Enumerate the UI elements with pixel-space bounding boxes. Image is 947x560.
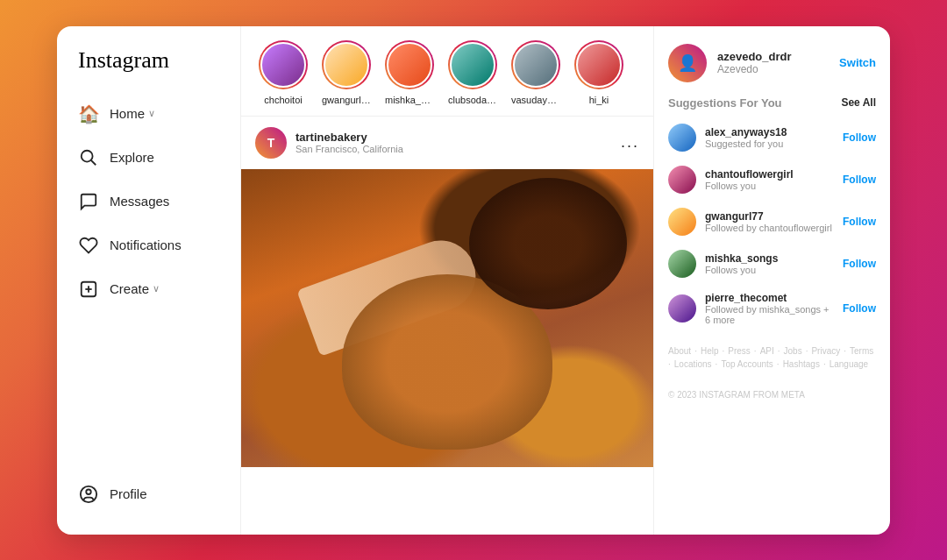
footer-link-sep3: · <box>754 346 757 356</box>
suggestion-info-4: pierre_thecomet Followed by mishka_songs… <box>705 292 834 325</box>
story-item-2[interactable]: mishka_so... <box>385 40 434 105</box>
sidebar-label-profile: Profile <box>110 486 147 501</box>
heart-icon <box>78 235 99 256</box>
chevron-down-icon-create: ∨ <box>153 283 160 294</box>
story-avatar-1 <box>324 42 369 88</box>
follow-button-0[interactable]: Follow <box>843 131 876 144</box>
follow-button-2[interactable]: Follow <box>843 216 876 228</box>
story-username-3: clubsodab... <box>448 95 497 105</box>
sidebar-item-notifications[interactable]: Notifications <box>71 226 226 265</box>
footer-copyright: © 2023 INSTAGRAM FROM META <box>668 390 876 400</box>
sidebar-label-messages: Messages <box>110 194 169 209</box>
suggestion-username-4[interactable]: pierre_thecomet <box>705 292 834 304</box>
svg-point-6 <box>86 489 91 494</box>
suggestion-avatar-1 <box>668 166 696 194</box>
suggestion-item-1: chantouflowergirl Follows you Follow <box>668 166 876 194</box>
profile-icon <box>78 484 99 505</box>
stories-bar: chchoitoi gwangurl77 mishka_so... clubso… <box>241 26 653 117</box>
logo: Instagram <box>71 47 226 74</box>
story-item-3[interactable]: clubsodab... <box>448 40 497 105</box>
sidebar-item-create[interactable]: Create ∨ <box>71 270 226 308</box>
home-icon: 🏠 <box>78 103 99 124</box>
messages-icon <box>78 191 99 212</box>
footer-link-about[interactable]: About <box>668 346 691 356</box>
plus-icon <box>78 279 99 300</box>
sidebar-item-messages[interactable]: Messages <box>71 182 226 221</box>
sidebar-item-profile[interactable]: Profile <box>71 475 226 514</box>
footer-link-hashtags[interactable]: Hashtags <box>783 359 820 369</box>
footer-link-language[interactable]: Language <box>830 359 869 369</box>
footer-link-terms[interactable]: Terms <box>850 346 873 356</box>
footer-links: About · Help · Press · API · Jobs · Priv… <box>668 346 876 369</box>
see-all-button[interactable]: See All <box>841 96 876 109</box>
story-username-4: vasudaydr... <box>511 95 560 105</box>
story-username-2: mishka_so... <box>385 95 434 105</box>
post-username[interactable]: tartinebakery <box>295 131 612 144</box>
switch-button[interactable]: Switch <box>839 56 876 69</box>
suggestion-item-3: mishka_songs Follows you Follow <box>668 250 876 278</box>
story-avatar-wrap-4 <box>511 40 560 89</box>
post-avatar: T <box>255 127 287 159</box>
footer-link-sep10: · <box>823 359 826 369</box>
footer-link-privacy[interactable]: Privacy <box>811 346 840 356</box>
suggestions-header: Suggestions For You See All <box>668 96 876 110</box>
sidebar-bottom: Profile <box>71 475 226 514</box>
footer-link-locations[interactable]: Locations <box>674 359 712 369</box>
story-item-1[interactable]: gwangurl77 <box>322 40 371 105</box>
suggestion-info-1: chantouflowergirl Follows you <box>705 168 834 191</box>
footer-link-jobs[interactable]: Jobs <box>784 346 802 356</box>
suggestion-item-4: pierre_thecomet Followed by mishka_songs… <box>668 292 876 325</box>
sidebar-item-explore[interactable]: Explore <box>71 138 226 177</box>
footer-link-sep7: · <box>668 359 671 369</box>
suggestion-username-0[interactable]: alex_anyways18 <box>705 126 834 138</box>
follow-button-3[interactable]: Follow <box>843 258 876 270</box>
suggestion-reason-4: Followed by mishka_songs + 6 more <box>705 304 834 325</box>
suggestion-avatar-2 <box>668 208 696 236</box>
story-avatar-wrap-5 <box>574 40 623 89</box>
suggestion-info-2: gwangurl77 Followed by chantouflowergirl <box>705 210 834 233</box>
story-item-5[interactable]: hi_ki <box>574 40 623 105</box>
post-location: San Francisco, California <box>295 144 612 154</box>
footer-link-sep6: · <box>844 346 846 356</box>
suggestion-reason-2: Followed by chantouflowergirl <box>705 223 834 233</box>
story-item-0[interactable]: chchoitoi <box>259 40 308 105</box>
footer-link-sep9: · <box>777 359 780 369</box>
right-sidebar: 👤 azevedo_drdr Azevedo Switch Suggestion… <box>653 26 890 535</box>
suggestion-avatar-3 <box>668 250 696 278</box>
suggestion-username-1[interactable]: chantouflowergirl <box>705 168 834 181</box>
footer-link-help[interactable]: Help <box>701 346 719 356</box>
suggestion-username-2[interactable]: gwangurl77 <box>705 210 834 223</box>
story-avatar-5 <box>576 42 622 88</box>
story-username-0: chchoitoi <box>264 95 302 105</box>
suggestion-item-0: alex_anyways18 Suggested for you Follow <box>668 124 876 152</box>
footer-link-api[interactable]: API <box>760 346 774 356</box>
app-container: Instagram 🏠 Home ∨ Explore Messages <box>57 26 890 535</box>
post-more-button[interactable]: ... <box>621 133 639 152</box>
footer-link-sep4: · <box>778 346 780 356</box>
follow-button-4[interactable]: Follow <box>843 302 876 315</box>
story-avatar-wrap-0 <box>259 40 308 89</box>
footer-link-sep8: · <box>716 359 718 369</box>
current-username: azevedo_drdr <box>717 50 829 63</box>
sidebar-label-notifications: Notifications <box>110 237 182 252</box>
story-avatar-0 <box>260 42 306 88</box>
suggestion-avatar-0 <box>668 124 696 152</box>
suggestion-avatar-4 <box>668 294 696 323</box>
main-content: chchoitoi gwangurl77 mishka_so... clubso… <box>241 26 653 535</box>
follow-button-1[interactable]: Follow <box>843 174 876 186</box>
suggestion-item-2: gwangurl77 Followed by chantouflowergirl… <box>668 208 876 236</box>
story-username-5: hi_ki <box>589 95 609 105</box>
story-item-4[interactable]: vasudaydr... <box>511 40 560 105</box>
suggestion-reason-0: Suggested for you <box>705 138 834 149</box>
post-header: T tartinebakery San Francisco, Californi… <box>241 117 653 169</box>
current-user-section: 👤 azevedo_drdr Azevedo Switch <box>668 44 876 82</box>
suggestion-username-3[interactable]: mishka_songs <box>705 252 834 265</box>
footer-link-topaccounts[interactable]: Top Accounts <box>721 359 773 369</box>
sidebar-item-home[interactable]: 🏠 Home ∨ <box>71 95 226 133</box>
story-avatar-4 <box>513 42 559 88</box>
footer-link-press[interactable]: Press <box>728 346 751 356</box>
sidebar-label-home: Home <box>110 106 145 121</box>
pie-top <box>469 178 627 309</box>
story-avatar-wrap-2 <box>385 40 434 89</box>
suggestions-title: Suggestions For You <box>668 96 782 110</box>
